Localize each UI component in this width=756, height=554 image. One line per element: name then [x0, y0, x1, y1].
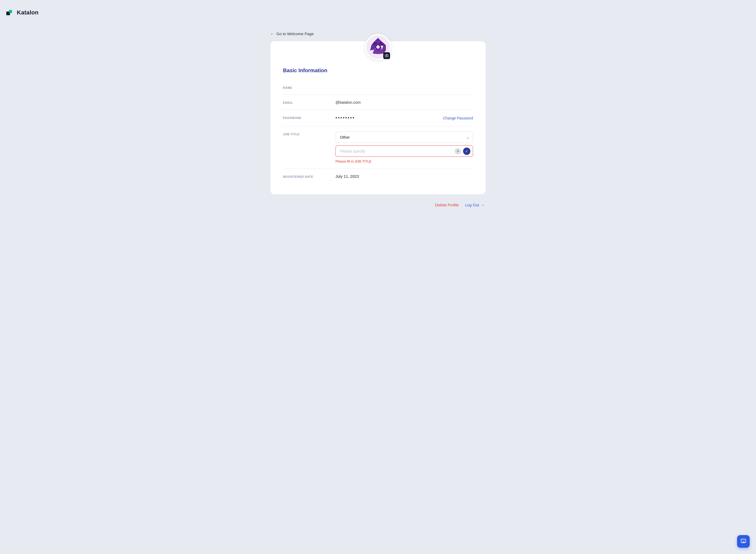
input-clear-button[interactable]: ✕ [455, 148, 461, 154]
camera-icon [385, 54, 389, 57]
job-title-fields: Other Software Engineer QA Engineer Prod… [336, 131, 473, 163]
katalon-logo-icon [6, 8, 15, 17]
logout-button[interactable]: Log Out → [465, 203, 484, 207]
job-title-select[interactable]: Other Software Engineer QA Engineer Prod… [336, 131, 473, 143]
name-label: NAME [283, 85, 325, 89]
password-row: PASSWORD •••••••• Change Password [283, 110, 473, 126]
avatar-camera-button[interactable] [383, 52, 390, 59]
chat-fab-button[interactable] [737, 535, 750, 548]
change-password-button[interactable]: Change Password [443, 116, 473, 120]
logo-bar: Katalon [6, 6, 750, 19]
specify-input[interactable] [336, 146, 473, 157]
logout-label: Log Out [465, 203, 479, 207]
email-row: EMAIL @katalon.com [283, 95, 473, 110]
password-label: PASSWORD [283, 115, 325, 119]
password-content: •••••••• Change Password [336, 115, 473, 121]
svg-point-19 [744, 541, 745, 541]
svg-rect-13 [385, 55, 388, 57]
name-row: NAME [283, 80, 473, 95]
input-confirm-button[interactable]: ✓ [463, 148, 470, 155]
footer-actions: Delete Profile Log Out → [270, 203, 486, 207]
input-actions: ✕ ✓ [455, 148, 470, 155]
registered-date-label: REGISTERED DATE [283, 174, 325, 178]
back-arrow-icon: ← [270, 32, 274, 36]
job-title-label: JOB TITLE [283, 131, 325, 136]
svg-point-14 [386, 55, 387, 56]
delete-profile-button[interactable]: Delete Profile [435, 203, 459, 207]
registered-date-value: July 11, 2023 [336, 174, 359, 178]
app-name: Katalon [17, 9, 39, 16]
email-value: @katalon.com [336, 100, 473, 105]
specify-input-wrapper: ✕ ✓ [336, 146, 473, 157]
svg-rect-15 [386, 54, 388, 55]
job-title-select-wrapper: Other Software Engineer QA Engineer Prod… [336, 131, 473, 143]
svg-point-18 [743, 541, 744, 541]
profile-card: Basic Information NAME EMAIL @katalon.co… [270, 41, 486, 194]
svg-point-17 [742, 541, 743, 541]
avatar-wrapper [283, 34, 473, 60]
job-title-row: JOB TITLE Other Software Engineer QA Eng… [283, 126, 473, 169]
avatar-container [365, 34, 391, 60]
registered-date-row: REGISTERED DATE July 11, 2023 [283, 169, 473, 184]
password-dots: •••••••• [336, 115, 355, 121]
logout-arrow-icon: → [481, 203, 484, 207]
email-label: EMAIL [283, 100, 325, 104]
job-title-error: Please fill in JOB TITLE [336, 159, 473, 163]
chat-icon [741, 539, 746, 544]
section-title: Basic Information [283, 67, 473, 73]
main-container: ← Go to Welcome Page [270, 32, 486, 207]
